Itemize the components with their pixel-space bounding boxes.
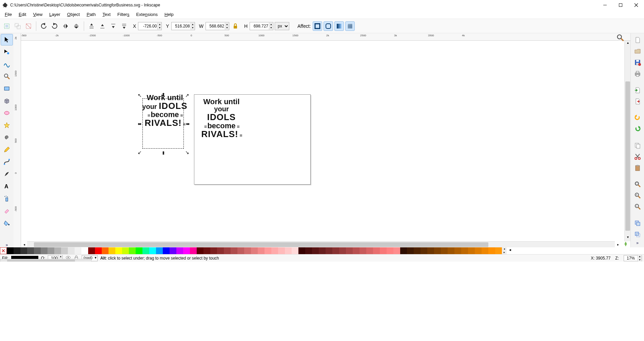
palette-swatch[interactable] bbox=[136, 247, 142, 254]
bucket-tool[interactable] bbox=[1, 217, 13, 229]
palette-swatch[interactable] bbox=[353, 247, 359, 254]
zoom-tool[interactable] bbox=[1, 71, 13, 82]
palette-swatch[interactable] bbox=[407, 247, 414, 254]
palette-swatch[interactable] bbox=[482, 247, 488, 254]
menu-filters[interactable]: Filters bbox=[114, 11, 133, 18]
h-spinbox[interactable]: ▲▼ bbox=[250, 22, 273, 30]
palette-swatch[interactable] bbox=[156, 247, 163, 254]
lower-to-bottom-button[interactable] bbox=[119, 21, 129, 31]
palette-swatch[interactable] bbox=[332, 247, 339, 254]
y-input[interactable] bbox=[172, 22, 191, 30]
palette-swatch[interactable] bbox=[149, 247, 156, 254]
palette-swatch[interactable] bbox=[414, 247, 421, 254]
cut-button[interactable] bbox=[631, 152, 644, 162]
palette-swatch[interactable] bbox=[427, 247, 434, 254]
palette-swatch[interactable] bbox=[163, 247, 170, 254]
w-input[interactable] bbox=[206, 22, 225, 30]
scale-handle-se[interactable]: ↘ bbox=[185, 150, 190, 155]
spray-tool[interactable] bbox=[1, 193, 13, 204]
rotate-cw-button[interactable] bbox=[50, 21, 59, 31]
palette-swatch[interactable] bbox=[224, 247, 231, 254]
palette-swatch[interactable] bbox=[20, 247, 27, 254]
redo-button[interactable] bbox=[631, 124, 644, 134]
menu-layer[interactable]: Layer bbox=[46, 11, 64, 18]
palette-swatch[interactable] bbox=[454, 247, 461, 254]
palette-swatch[interactable] bbox=[102, 247, 109, 254]
affect-stroke-button[interactable] bbox=[313, 21, 322, 31]
palette-swatch[interactable] bbox=[197, 247, 203, 254]
scale-handle-sw[interactable]: ↙ bbox=[138, 150, 142, 155]
palette-swatch[interactable] bbox=[393, 247, 400, 254]
palette-swatch[interactable] bbox=[81, 247, 88, 254]
duplicate-button[interactable] bbox=[631, 218, 644, 228]
x-spinbox[interactable]: ▲▼ bbox=[138, 22, 162, 30]
palette-swatch[interactable] bbox=[237, 247, 244, 254]
palette-swatch[interactable] bbox=[41, 247, 47, 254]
palette-swatch[interactable] bbox=[387, 247, 393, 254]
status-scrollbar[interactable] bbox=[0, 259, 92, 262]
palette-menu[interactable]: ◂ bbox=[507, 247, 513, 254]
hscroll-left[interactable]: ◂ bbox=[21, 243, 27, 246]
zoom-drawing-button[interactable]: + bbox=[631, 191, 644, 201]
horizontal-ruler[interactable]: -500-2k-1500-1000-5000500100015002k25003… bbox=[21, 33, 630, 41]
scale-handle-w[interactable]: ⬌ bbox=[138, 121, 142, 126]
hscroll-right[interactable]: ▸ bbox=[615, 243, 621, 246]
y-spinbox[interactable]: ▲▼ bbox=[171, 22, 195, 30]
rectangle-tool[interactable] bbox=[1, 83, 13, 94]
zoom-selection-button[interactable] bbox=[631, 179, 644, 189]
palette-swatch[interactable] bbox=[292, 247, 298, 254]
palette-swatch[interactable] bbox=[115, 247, 122, 254]
calligraphy-tool[interactable] bbox=[1, 168, 13, 180]
select-all-layers-button[interactable] bbox=[13, 21, 22, 31]
palette-swatch[interactable] bbox=[68, 247, 75, 254]
palette-swatch[interactable] bbox=[109, 247, 115, 254]
deselect-button[interactable] bbox=[24, 21, 33, 31]
palette-swatch[interactable] bbox=[251, 247, 258, 254]
scale-handle-ne[interactable]: ↗ bbox=[185, 93, 190, 98]
x-input[interactable] bbox=[138, 22, 157, 30]
palette-swatch[interactable] bbox=[298, 247, 305, 254]
palette-swatch[interactable] bbox=[339, 247, 346, 254]
artwork-copy[interactable]: Work until your IDOLS ≡ become ≡ RIVALS!… bbox=[199, 98, 243, 149]
text-tool[interactable]: A bbox=[1, 181, 13, 192]
tweak-tool[interactable] bbox=[1, 58, 13, 70]
window-minimize-button[interactable] bbox=[597, 0, 613, 10]
ellipse-tool[interactable] bbox=[1, 107, 13, 119]
save-document-button[interactable] bbox=[631, 58, 644, 68]
palette-swatch[interactable] bbox=[380, 247, 387, 254]
raise-to-top-button[interactable] bbox=[87, 21, 96, 31]
commands-expand[interactable]: » bbox=[636, 241, 639, 247]
palette-none-swatch[interactable]: ✕ bbox=[0, 247, 7, 254]
palette-swatch[interactable] bbox=[61, 247, 68, 254]
vscroll-thumb[interactable] bbox=[625, 81, 630, 231]
palette-swatch[interactable] bbox=[434, 247, 441, 254]
palette-swatch[interactable] bbox=[95, 247, 102, 254]
palette-swatch[interactable] bbox=[231, 247, 237, 254]
palette-swatch[interactable] bbox=[54, 247, 61, 254]
palette-swatch[interactable] bbox=[285, 247, 292, 254]
canvas[interactable]: Work until your IDOLS ≡ become ≡ RIVALS!… bbox=[21, 41, 624, 241]
palette-swatch[interactable] bbox=[346, 247, 353, 254]
spiral-tool[interactable] bbox=[1, 132, 13, 143]
w-spinbox[interactable]: ▲▼ bbox=[206, 22, 229, 30]
palette-swatch[interactable] bbox=[359, 247, 366, 254]
palette-swatch[interactable] bbox=[34, 247, 41, 254]
menu-path[interactable]: Path bbox=[83, 11, 99, 18]
scale-handle-s[interactable]: ⬍ bbox=[161, 151, 166, 155]
palette-swatch[interactable] bbox=[47, 247, 54, 254]
palette-swatch[interactable] bbox=[373, 247, 380, 254]
window-maximize-button[interactable] bbox=[613, 0, 628, 10]
palette-swatch[interactable] bbox=[14, 247, 20, 254]
affect-pattern-button[interactable] bbox=[345, 21, 355, 31]
palette-swatch[interactable] bbox=[210, 247, 217, 254]
raise-button[interactable] bbox=[98, 21, 107, 31]
palette-swatch[interactable] bbox=[448, 247, 454, 254]
palette-swatch[interactable] bbox=[129, 247, 136, 254]
palette-swatch[interactable] bbox=[305, 247, 312, 254]
menu-file[interactable]: File bbox=[1, 11, 15, 18]
palette-swatch[interactable] bbox=[27, 247, 34, 254]
palette-swatch[interactable] bbox=[122, 247, 129, 254]
lower-button[interactable] bbox=[109, 21, 118, 31]
print-button[interactable] bbox=[631, 69, 644, 79]
palette-swatch[interactable] bbox=[75, 247, 81, 254]
